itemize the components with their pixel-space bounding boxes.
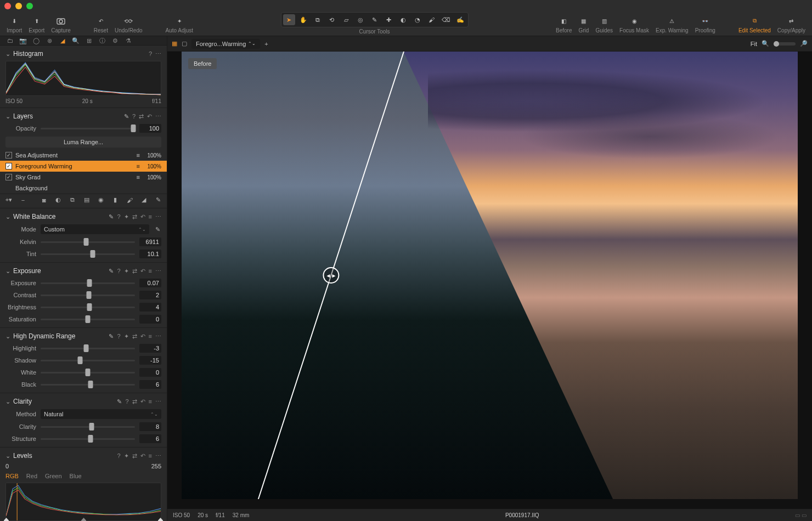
minimize-icon[interactable] (15, 3, 22, 9)
maximize-icon[interactable] (26, 3, 33, 9)
keystone-tool-icon[interactable]: ▱ (340, 14, 352, 25)
guides-button[interactable]: ▥Guides (592, 15, 616, 35)
gradient-tool-icon[interactable]: ◐ (397, 14, 409, 25)
hdr-white-value[interactable]: 0 (139, 368, 161, 377)
help-icon[interactable]: ? (117, 452, 120, 459)
details-tab-icon[interactable]: 🔍 (71, 36, 80, 45)
exposure-tab-icon[interactable]: ◢ (58, 36, 67, 45)
exposure-exposure-slider[interactable] (41, 279, 135, 287)
layer-checkbox[interactable]: ✓ (5, 152, 12, 158)
copy-icon[interactable]: ⇄ (132, 268, 137, 275)
reset-icon[interactable]: ↶ (140, 452, 145, 460)
radial-mask-icon[interactable]: ◉ (97, 196, 105, 203)
grid-button[interactable]: ▦Grid (576, 15, 593, 35)
hdr-highlight-value[interactable]: -3 (139, 344, 161, 353)
levels-graph[interactable] (5, 483, 161, 521)
single-view-icon[interactable]: ▢ (182, 40, 187, 47)
reset-icon[interactable]: ↶ (140, 333, 145, 340)
chevron-down-icon[interactable]: ⌄ (5, 398, 10, 405)
zoom-in-icon[interactable]: 🔎 (800, 40, 808, 47)
layer-checkbox[interactable]: ✓ (5, 174, 12, 180)
auto-adjust-button[interactable]: ✦Auto Adjust (162, 15, 197, 35)
output-tab-icon[interactable]: ⚗ (124, 36, 133, 45)
focus-mask-button[interactable]: ◉Focus Mask (616, 15, 652, 35)
rotate-tool-icon[interactable]: ⟲ (326, 14, 338, 25)
auto-icon[interactable]: ✦ (124, 452, 129, 460)
brush-tool-icon[interactable]: 🖌 (426, 14, 438, 25)
undo-redo-button[interactable]: ⟲⟳Undo/Redo (111, 15, 146, 35)
help-icon[interactable]: ? (117, 213, 120, 220)
zoom-out-icon[interactable]: 🔍 (762, 40, 769, 47)
hand-tool-icon[interactable]: ✋ (297, 14, 309, 25)
eraser-tool-icon[interactable]: ⌫ (440, 14, 452, 25)
annotation-tool-icon[interactable]: ✍ (454, 14, 466, 25)
brush-icon[interactable]: ✎ (124, 113, 129, 120)
adjust-tab-icon[interactable]: ⊞ (84, 36, 93, 45)
tint-value[interactable]: 10.1 (139, 250, 161, 258)
help-icon[interactable]: ? (125, 398, 128, 405)
auto-icon[interactable]: ✦ (124, 333, 129, 340)
copy-icon[interactable]: ⇄ (132, 398, 137, 405)
preset-icon[interactable]: ≡ (149, 398, 152, 405)
channel-tab[interactable]: Green (45, 473, 62, 479)
fill-mask-icon[interactable]: ▮ (111, 196, 120, 203)
panel-menu-icon[interactable]: ⋯ (155, 213, 161, 220)
channel-tab[interactable]: Red (26, 473, 37, 479)
reset-icon[interactable]: ↶ (147, 113, 152, 120)
hdr-highlight-slider[interactable] (41, 344, 135, 352)
preset-icon[interactable]: ≡ (149, 333, 152, 339)
erase-mask-icon[interactable]: ◢ (139, 196, 148, 203)
copy-icon[interactable]: ⇄ (132, 213, 137, 220)
help-icon[interactable]: ? (132, 113, 136, 120)
export-button[interactable]: ⬆Export (25, 15, 48, 35)
heal-tool-icon[interactable]: ✚ (383, 14, 395, 25)
chevron-down-icon[interactable]: ⌄ (5, 333, 10, 340)
exposure-saturation-slider[interactable] (41, 315, 135, 323)
hdr-white-slider[interactable] (41, 369, 135, 376)
canvas[interactable]: Before ◄► (167, 52, 812, 509)
exposure-brightness-slider[interactable] (41, 303, 135, 311)
invert-mask-icon[interactable]: ◐ (54, 196, 63, 203)
preset-icon[interactable]: ≡ (149, 268, 152, 274)
opacity-slider[interactable] (41, 124, 135, 132)
brush-icon[interactable]: ✎ (109, 213, 114, 220)
reset-button[interactable]: ↶Reset (91, 15, 111, 35)
copy-icon[interactable]: ⇄ (132, 452, 137, 460)
layer-item[interactable]: ✓Foreground Warming≡100% (0, 161, 167, 172)
hdr-black-slider[interactable] (41, 381, 135, 388)
panel-menu-icon[interactable]: ⋯ (155, 113, 161, 120)
capture-tab-icon[interactable]: 📷 (19, 36, 27, 45)
hdr-shadow-slider[interactable] (41, 356, 135, 364)
add-layer-icon[interactable]: +▾ (4, 196, 13, 203)
exposure-contrast-slider[interactable] (41, 291, 135, 299)
settings-tab-icon[interactable]: ⚙ (111, 36, 120, 45)
zoom-slider[interactable] (774, 42, 796, 46)
panel-menu-icon[interactable]: ⋯ (155, 50, 161, 58)
library-tab-icon[interactable]: 🗀 (5, 36, 14, 45)
crop-tool-icon[interactable]: ⧉ (312, 14, 324, 25)
clarity-clarity-value[interactable]: 8 (139, 422, 161, 431)
remove-layer-icon[interactable]: − (19, 197, 27, 203)
capture-button[interactable]: Capture (48, 15, 74, 35)
add-variant-icon[interactable]: + (264, 41, 268, 47)
auto-icon[interactable]: ✦ (124, 213, 129, 220)
copy-mask-icon[interactable]: ⧉ (68, 196, 77, 203)
clarity-clarity-slider[interactable] (41, 423, 135, 431)
copy-apply-button[interactable]: ⇄Copy/Apply (774, 15, 809, 35)
reset-icon[interactable]: ↶ (140, 213, 145, 220)
panel-menu-icon[interactable]: ⋯ (155, 452, 161, 460)
hdr-shadow-value[interactable]: -15 (139, 356, 161, 365)
before-button[interactable]: ◧Before (552, 15, 575, 35)
browser-view-icon[interactable]: ▦ (172, 40, 177, 47)
gradient-mask-icon[interactable]: ▤ (82, 196, 91, 203)
mask-icon[interactable]: ≡ (136, 152, 144, 158)
reset-icon[interactable]: ↶ (140, 268, 145, 275)
wb-picker-tool-icon[interactable]: ✎ (369, 14, 381, 25)
layer-checkbox[interactable]: ✓ (5, 163, 12, 169)
chevron-down-icon[interactable]: ⌄ (5, 452, 10, 460)
channel-tab[interactable]: Blue (70, 473, 82, 479)
tint-slider[interactable] (41, 250, 135, 258)
luma-range-button[interactable]: Luma Range... (5, 137, 161, 148)
kelvin-value[interactable]: 6911 (139, 237, 161, 246)
rating-widget-icon[interactable]: ▭ ▭ (795, 512, 807, 518)
